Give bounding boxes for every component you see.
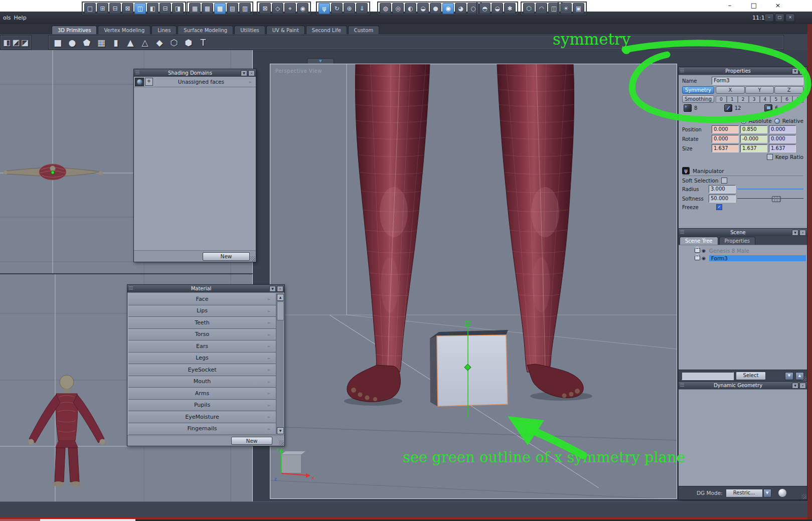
window-close-icon[interactable]: × bbox=[773, 2, 783, 9]
grid-primitive-icon[interactable]: ▦ bbox=[95, 36, 108, 49]
cylinder-primitive-icon[interactable]: ▮ bbox=[109, 36, 122, 49]
resize-grip-icon[interactable] bbox=[801, 494, 806, 499]
move-tool-icon[interactable]: ⊕ bbox=[344, 3, 355, 14]
facet-primitive-icon[interactable]: ⬟ bbox=[80, 36, 93, 49]
center-view-icon[interactable]: ◇ bbox=[272, 3, 283, 14]
panel-collapse-icon[interactable]: ▼ bbox=[241, 70, 247, 76]
figure-top-view[interactable] bbox=[4, 164, 103, 180]
smoothing-button[interactable]: Smoothing bbox=[682, 95, 714, 103]
dg-mode-dropdown[interactable]: Restric... bbox=[726, 489, 763, 497]
lock-icon[interactable] bbox=[695, 248, 700, 253]
material-expand-icon[interactable]: ► bbox=[268, 368, 271, 372]
lock-icon[interactable] bbox=[695, 256, 700, 260]
resize-grip-icon[interactable] bbox=[801, 376, 806, 381]
app-close-icon[interactable]: × bbox=[785, 14, 795, 22]
cone-primitive-icon[interactable]: ▲ bbox=[124, 36, 137, 49]
material-item[interactable]: Teeth ► bbox=[128, 317, 276, 329]
scrollbar-thumb[interactable] bbox=[277, 301, 284, 320]
flat-wire-mode-icon[interactable]: ◒ bbox=[417, 3, 429, 14]
shading-domains-titlebar[interactable]: Shading Domains ▼ × bbox=[134, 69, 256, 77]
form3-cube[interactable] bbox=[430, 321, 508, 418]
new-domain-button[interactable]: New bbox=[203, 252, 250, 261]
drag-grip-icon[interactable] bbox=[680, 383, 684, 388]
dodecahedron-primitive-icon[interactable]: ⬡ bbox=[168, 36, 181, 49]
edge-cube-icon[interactable]: ◧ bbox=[3, 38, 11, 47]
add-domain-button[interactable]: + bbox=[145, 78, 153, 86]
dg-mode-dropdown-icon[interactable]: ▼ bbox=[763, 489, 771, 497]
layout-three-top-icon[interactable]: ⊟ bbox=[109, 3, 121, 14]
camera-snapshot-icon[interactable]: ▣ bbox=[573, 3, 584, 14]
size-z-field[interactable]: 1.637 bbox=[769, 144, 796, 152]
rounded-cube-primitive-icon[interactable]: ⬢ bbox=[182, 36, 195, 49]
right-leg-mesh[interactable] bbox=[494, 64, 583, 398]
drag-grip-icon[interactable] bbox=[680, 230, 684, 235]
layout-two-horizontal-icon[interactable]: ⊟ bbox=[159, 3, 171, 14]
cube-primitive-icon[interactable]: ■ bbox=[51, 36, 64, 49]
figure-front-view[interactable] bbox=[29, 375, 105, 486]
flat-mode-icon[interactable]: ◐ bbox=[405, 3, 416, 14]
grid-axis-x-icon[interactable]: ▤ bbox=[227, 3, 238, 14]
smoothing-level-button[interactable]: 0 bbox=[716, 96, 727, 103]
material-item[interactable]: EyeMoisture ► bbox=[128, 411, 276, 423]
material-item[interactable]: Face ► bbox=[128, 293, 276, 305]
position-x-field[interactable]: 0.000 bbox=[712, 125, 739, 133]
tab-surface-modeling[interactable]: Surface Modeling bbox=[178, 26, 233, 34]
drag-grip-icon[interactable] bbox=[135, 71, 139, 75]
unassigned-faces-row[interactable]: + Unassigned faces ► bbox=[134, 77, 256, 87]
smoothing-level-button[interactable]: 7 bbox=[792, 96, 803, 103]
symmetry-toggle-button[interactable]: Symmetry bbox=[682, 86, 714, 94]
material-item[interactable]: Pupils ► bbox=[128, 400, 276, 412]
name-input[interactable] bbox=[712, 77, 803, 85]
material-expand-icon[interactable]: ► bbox=[268, 415, 271, 419]
tab-vertex-modeling[interactable]: Vertex Modeling bbox=[98, 26, 150, 34]
panel-close-icon[interactable]: × bbox=[799, 230, 806, 236]
layout-one-two-icon[interactable]: ◧ bbox=[147, 3, 158, 14]
slider-handle[interactable] bbox=[772, 196, 781, 202]
material-expand-icon[interactable]: ► bbox=[268, 320, 271, 325]
grid-axis-z-icon[interactable]: ▥ bbox=[239, 3, 251, 14]
panel-close-icon[interactable]: × bbox=[277, 286, 283, 292]
material-expand-icon[interactable]: ► bbox=[268, 403, 271, 407]
tab-utilities[interactable]: Utilities bbox=[234, 26, 265, 34]
size-x-field[interactable]: 1.637 bbox=[712, 144, 739, 152]
scroll-up-icon[interactable]: ▲ bbox=[277, 294, 284, 301]
zoom-region-icon[interactable]: ⌖ bbox=[284, 3, 296, 14]
rotate-tool-icon[interactable]: ↻ bbox=[331, 3, 343, 14]
grid-colored-icon[interactable]: ▦ bbox=[214, 3, 226, 14]
dynamic-geometry-titlebar[interactable]: Dynamic Geometry ▼ × bbox=[679, 382, 807, 389]
tab-uv-paint[interactable]: UV & Paint bbox=[266, 26, 305, 34]
material-item[interactable]: Torso ► bbox=[128, 329, 276, 341]
panel-close-icon[interactable]: × bbox=[799, 383, 806, 389]
position-y-field[interactable]: 0.850 bbox=[740, 125, 767, 133]
scene-titlebar[interactable]: Scene ▼ × bbox=[679, 229, 807, 236]
keep-ratio-checkbox[interactable] bbox=[767, 154, 773, 160]
material-expand-icon[interactable]: ► bbox=[268, 308, 271, 313]
radius-field[interactable]: 3.000 bbox=[709, 185, 736, 193]
panel-collapse-icon[interactable]: ▼ bbox=[792, 383, 798, 389]
layout-three-bottom-icon[interactable]: ⊠ bbox=[122, 3, 133, 14]
scene-item-genesis-8-male[interactable]: ◉ Genesis 8 Male bbox=[679, 247, 807, 254]
material-expand-icon[interactable]: ► bbox=[268, 344, 271, 349]
panel-collapse-icon[interactable]: ▼ bbox=[269, 286, 276, 292]
material-titlebar[interactable]: Material ▼ × bbox=[127, 285, 284, 292]
universal-manipulator-icon[interactable]: ψ bbox=[318, 3, 330, 14]
layout-two-vertical-icon[interactable]: ◫ bbox=[134, 3, 146, 14]
new-material-button[interactable]: New bbox=[231, 437, 272, 445]
pyramid-primitive-icon[interactable]: △ bbox=[138, 36, 151, 49]
dg-preview-sphere-icon[interactable] bbox=[778, 489, 786, 497]
fit-view-icon[interactable]: ⊠ bbox=[259, 3, 271, 14]
smoothing-level-button[interactable]: 1 bbox=[727, 96, 738, 103]
tab-custom[interactable]: Custom bbox=[348, 26, 379, 34]
expand-arrow-icon[interactable]: ► bbox=[249, 80, 252, 84]
softness-field[interactable]: 50.000 bbox=[709, 195, 736, 203]
material-item[interactable]: EyeSocket ► bbox=[128, 364, 276, 376]
relative-radio[interactable] bbox=[774, 118, 780, 124]
app-maximize-icon[interactable]: □ bbox=[775, 14, 784, 22]
symmetry-x-button[interactable]: X bbox=[716, 86, 745, 94]
edit-grid-icon[interactable]: ▦ bbox=[189, 3, 201, 14]
sphere-primitive-icon[interactable]: ● bbox=[66, 36, 79, 49]
drag-grip-icon[interactable] bbox=[129, 286, 133, 291]
look-at-icon[interactable]: ◉ bbox=[297, 3, 308, 14]
tab-3d-primitives[interactable]: 3D Primitives bbox=[52, 26, 97, 34]
render-sphere-icon[interactable]: ☀ bbox=[560, 3, 572, 14]
